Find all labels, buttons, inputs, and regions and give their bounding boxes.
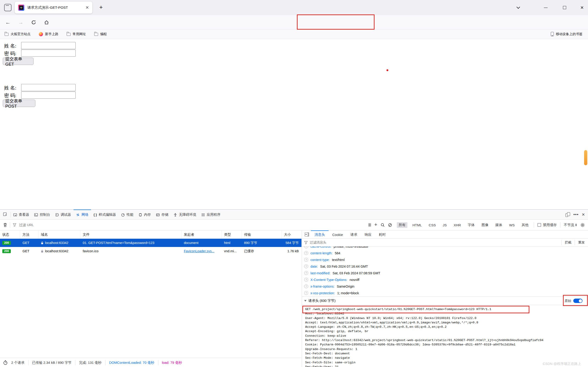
tab-memory[interactable]: 内存	[136, 209, 154, 220]
filter-ws[interactable]: WS	[507, 222, 517, 228]
tab-request[interactable]: 请求	[347, 230, 361, 239]
name-input-post[interactable]	[21, 84, 76, 91]
col-method[interactable]: 方法	[20, 230, 39, 239]
add-icon[interactable]: +	[374, 222, 377, 228]
table-row[interactable]: 200 GET localhost:63342 01. GET-POST.htm…	[0, 239, 302, 247]
question-icon[interactable]: ?	[304, 284, 308, 288]
submit-get-button[interactable]: 提交表单GET	[3, 58, 34, 65]
funnel-icon	[304, 241, 308, 244]
clear-requests-trash-icon[interactable]	[3, 223, 7, 227]
funnel-icon	[13, 223, 16, 226]
reload-icon[interactable]	[28, 15, 39, 29]
question-icon[interactable]: ?	[304, 291, 308, 295]
checkbox-icon[interactable]	[537, 223, 541, 227]
header-row[interactable]: ? last-modified: Sat, 03 Feb 2024 07:08:…	[304, 270, 588, 276]
col-size[interactable]: 大小	[282, 230, 302, 239]
tab-cookie[interactable]: Cookie	[329, 230, 347, 239]
minimize-icon[interactable]: —	[540, 0, 551, 15]
resend-button[interactable]: 重发	[575, 240, 588, 245]
tab-application[interactable]: 应用程序	[199, 209, 223, 220]
question-icon[interactable]: ?	[304, 278, 308, 282]
block-icon[interactable]	[388, 223, 392, 227]
pause-icon[interactable]	[369, 223, 371, 226]
tab-style-editor[interactable]: { } 样式编辑器	[91, 209, 119, 220]
maximize-icon[interactable]	[559, 0, 570, 15]
bookmark-common-sites[interactable]: 常用网址	[67, 32, 86, 36]
new-tab-button[interactable]: +	[99, 4, 103, 11]
pick-element-icon[interactable]	[0, 212, 11, 217]
block-request-button[interactable]: 拦截	[561, 240, 575, 245]
question-icon[interactable]: ?	[304, 251, 308, 255]
question-icon[interactable]: ?	[304, 271, 308, 275]
tab-accessibility[interactable]: 无障碍环境	[171, 209, 199, 220]
filter-xhr[interactable]: XHR	[452, 222, 463, 228]
col-status[interactable]: 状态	[0, 230, 20, 239]
network-settings-gear-icon[interactable]	[580, 223, 585, 227]
col-file[interactable]: 文件	[80, 230, 182, 239]
request-headers-section[interactable]: 请求头 (830 字节) 原始	[302, 297, 588, 305]
throttle-dropdown[interactable]: 不节流	[564, 223, 577, 227]
search-icon[interactable]	[381, 223, 385, 227]
mobile-bookmarks[interactable]: 移动设备上的书签	[551, 32, 583, 36]
bookmark-firefox-official[interactable]: 火狐官方站点	[5, 32, 31, 36]
browser-tab[interactable]: 请求方式演示-GET-POST ✕	[15, 2, 92, 14]
question-icon[interactable]: ?	[304, 264, 308, 268]
filter-url-input[interactable]: 过滤 URL	[19, 223, 34, 227]
question-icon[interactable]: ?	[304, 247, 308, 248]
filter-js[interactable]: JS	[441, 222, 449, 228]
header-row[interactable]: ? cache-control: private, must-revalidat…	[304, 247, 588, 250]
bookmark-programming[interactable]: 编程	[94, 32, 107, 36]
col-transferred[interactable]: 传输	[242, 230, 282, 239]
bookmark-getting-started[interactable]: 新手上路	[39, 32, 58, 36]
tab-inspector[interactable]: 查看器	[11, 209, 32, 220]
firefox-window: 请求方式演示-GET-POST ✕ + — × ← → localhost:63…	[0, 0, 588, 367]
window-close-icon[interactable]: ×	[577, 0, 587, 15]
tab-headers[interactable]: 消息头	[311, 230, 329, 239]
header-row[interactable]: ? content-length: 584	[304, 250, 588, 256]
devtools-close-icon[interactable]: ×	[582, 212, 585, 217]
split-panel-icon[interactable]	[305, 233, 309, 236]
tab-console[interactable]: 控制台	[32, 209, 53, 220]
col-domain[interactable]: 域名	[39, 230, 80, 239]
header-row[interactable]: ? x-frame-options: SameOrigin	[304, 283, 588, 290]
question-icon[interactable]: ?	[304, 258, 308, 262]
tab-performance[interactable]: 性能	[119, 209, 136, 220]
header-row[interactable]: ? X-Content-Type-Options: nosniff	[304, 276, 588, 283]
header-row[interactable]: ? date: Sat, 03 Feb 2024 07:16:44 GMT	[304, 263, 588, 270]
col-initiator[interactable]: 发起者	[182, 230, 222, 239]
tab-storage[interactable]: 存储	[154, 209, 171, 220]
filter-css[interactable]: CSS	[427, 222, 438, 228]
submit-post-button[interactable]: 提交表单POST	[3, 100, 35, 107]
table-row[interactable]: 200 GET localhost:63342 favicon.ico Favi…	[0, 247, 302, 255]
tab-response[interactable]: 响应	[361, 230, 375, 239]
filter-other[interactable]: 其他	[520, 222, 530, 228]
devtools-menu-icon[interactable]: •••	[573, 212, 579, 217]
stopwatch-icon	[3, 360, 8, 365]
collapse-caret-icon[interactable]	[304, 300, 307, 302]
responsive-design-icon[interactable]	[565, 212, 570, 217]
tab-timings[interactable]: 耗时	[375, 230, 389, 239]
filter-html[interactable]: HTML	[411, 222, 424, 228]
initiator-link[interactable]: FaviconLoader.sys...	[184, 249, 214, 253]
header-row[interactable]: ? x-xss-protection: 1; mode=block	[304, 290, 588, 296]
scrollbar-marker[interactable]	[584, 150, 587, 165]
tab-network[interactable]: 网络	[74, 209, 91, 220]
list-tabs-icon[interactable]	[513, 0, 523, 15]
forward-icon[interactable]: →	[16, 15, 26, 29]
back-icon[interactable]: ←	[3, 15, 13, 29]
password-input-get[interactable]	[21, 50, 76, 57]
header-row[interactable]: ? content-type: text/html	[304, 256, 588, 263]
filter-images[interactable]: 图像	[480, 222, 490, 228]
disable-cache-checkbox[interactable]: 禁用缓存	[537, 223, 557, 227]
tab-debugger[interactable]: 调试器	[53, 209, 74, 220]
home-icon[interactable]	[41, 15, 52, 29]
filter-media[interactable]: 媒体	[493, 222, 504, 228]
filter-all[interactable]: 所有	[397, 222, 407, 228]
col-type[interactable]: 类型	[222, 230, 242, 239]
tab-close-icon[interactable]: ✕	[86, 5, 89, 10]
password-input-post[interactable]	[21, 92, 76, 99]
filter-headers-input[interactable]: 过滤消息头	[310, 240, 327, 245]
filter-fonts[interactable]: 字体	[466, 222, 476, 228]
firefox-view-icon[interactable]	[4, 4, 11, 11]
name-input-get[interactable]	[21, 42, 76, 49]
